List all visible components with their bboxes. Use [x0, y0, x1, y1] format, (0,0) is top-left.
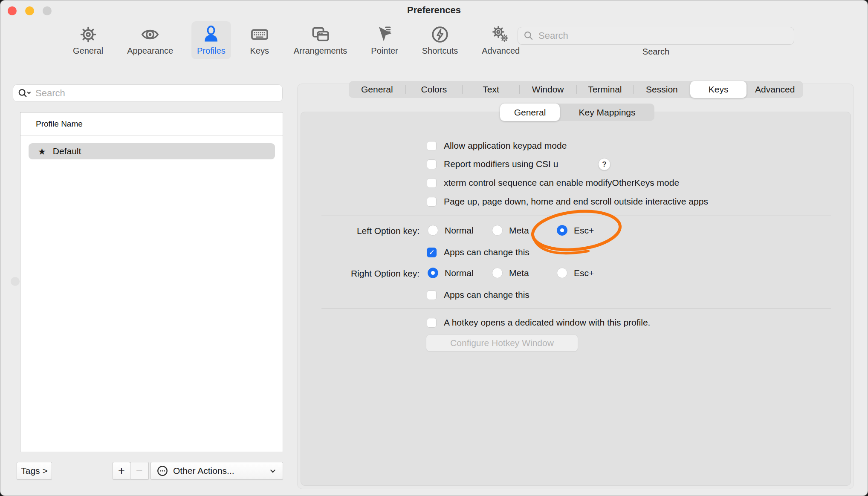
window-title: Preferences: [0, 5, 868, 16]
section-divider: [321, 216, 831, 216]
toolbar-search-field[interactable]: [518, 27, 794, 45]
eye-icon: [140, 24, 160, 45]
radio-label: Meta: [509, 268, 529, 278]
tab-keys[interactable]: Keys: [690, 81, 747, 98]
toolbar-item-shortcuts[interactable]: Shortcuts: [417, 21, 463, 59]
tab-window[interactable]: Window: [520, 81, 576, 98]
preferences-window: Preferences General Appearance: [0, 0, 868, 496]
toolbar-label: Keys: [250, 46, 269, 56]
checkbox-label: Allow application keypad mode: [444, 141, 567, 151]
left-apps-can-change-row[interactable]: ✓ Apps can change this: [427, 247, 529, 257]
toolbar-divider: [0, 65, 868, 65]
radio-unselected[interactable]: [492, 268, 503, 278]
configure-hotkey-window-button: Configure Hotkey Window: [426, 335, 578, 352]
left-option-normal-radio[interactable]: Normal: [428, 225, 474, 236]
checkbox-row-modifyotherkeys[interactable]: xterm control sequence can enable modify…: [427, 178, 679, 188]
window-edge-dot: [11, 277, 20, 286]
gear-icon: [78, 24, 98, 45]
profile-search-input[interactable]: [35, 87, 278, 99]
left-option-esc-radio[interactable]: Esc+: [557, 225, 594, 236]
cursor-icon: [374, 24, 395, 45]
screenshot-stage: Preferences General Appearance: [0, 0, 868, 496]
left-option-meta-radio[interactable]: Meta: [492, 225, 529, 236]
left-option-key-label: Left Option key:: [270, 226, 420, 236]
profile-list-header: Profile Name: [20, 112, 283, 136]
keyboard-icon: [249, 24, 270, 45]
search-icon: [523, 30, 534, 41]
checkbox-label: xterm control sequence can enable modify…: [444, 178, 679, 188]
tab-colors[interactable]: Colors: [406, 81, 463, 98]
add-profile-button[interactable]: +: [113, 462, 130, 480]
circle-ellipsis-icon: [156, 464, 169, 477]
subtab-key-mappings[interactable]: Key Mappings: [560, 104, 654, 121]
radio-selected[interactable]: [428, 268, 438, 278]
search-menu-icon: [17, 88, 32, 99]
help-button[interactable]: ?: [598, 158, 610, 170]
right-option-normal-radio[interactable]: Normal: [428, 268, 474, 278]
right-option-esc-radio[interactable]: Esc+: [557, 268, 594, 278]
toolbar-label: General: [73, 46, 103, 56]
checkbox-unchecked[interactable]: [427, 290, 437, 300]
keys-general-panel: [301, 112, 851, 486]
toolbar-item-arrangements[interactable]: Arrangements: [288, 21, 353, 59]
keys-subtabbar: General Key Mappings: [500, 104, 654, 121]
radio-unselected[interactable]: [428, 225, 438, 236]
remove-profile-button: −: [130, 462, 149, 480]
checkbox-row-scroll-outside[interactable]: Page up, page down, home and end scroll …: [427, 196, 708, 207]
radio-label: Normal: [445, 225, 474, 236]
tags-button[interactable]: Tags >: [17, 462, 52, 480]
toolbar-item-pointer[interactable]: Pointer: [365, 21, 403, 59]
checkbox-unchecked[interactable]: [427, 159, 437, 169]
section-divider: [321, 308, 831, 309]
bolt-icon: [430, 24, 450, 45]
tab-session[interactable]: Session: [634, 81, 690, 98]
radio-unselected[interactable]: [557, 268, 567, 278]
radio-label: Meta: [509, 225, 529, 236]
profile-search-field[interactable]: [13, 84, 283, 102]
tab-terminal[interactable]: Terminal: [577, 81, 634, 98]
checkbox-label: Page up, page down, home and end scroll …: [444, 196, 708, 207]
checkbox-row-csi-u[interactable]: Report modifiers using CSI u: [427, 159, 558, 169]
checkbox-label: Apps can change this: [444, 247, 529, 257]
radio-label: Esc+: [574, 225, 594, 236]
toolbar-label: Pointer: [371, 46, 398, 56]
radio-label: Esc+: [574, 268, 594, 278]
chevron-down-icon: [268, 466, 278, 476]
checkbox-label: Apps can change this: [444, 290, 529, 300]
hotkey-window-row[interactable]: A hotkey opens a dedicated window with t…: [427, 317, 650, 328]
profile-tabbar: General Colors Text Window Terminal Sess…: [349, 81, 803, 98]
radio-label: Normal: [445, 268, 474, 278]
preferences-toolbar: General Appearance Profiles: [67, 21, 525, 59]
tab-general[interactable]: General: [349, 81, 405, 98]
toolbar-item-keys[interactable]: Keys: [244, 21, 275, 59]
toolbar-search-input[interactable]: [538, 30, 789, 42]
radio-unselected[interactable]: [492, 225, 503, 236]
toolbar-item-general[interactable]: General: [67, 21, 109, 59]
radio-selected[interactable]: [557, 225, 567, 236]
checkbox-unchecked[interactable]: [427, 178, 437, 188]
profile-list: Profile Name ★ Default: [20, 112, 283, 452]
toolbar-label: Profiles: [197, 46, 226, 56]
checkbox-checked[interactable]: ✓: [427, 248, 437, 257]
checkbox-unchecked[interactable]: [427, 141, 437, 151]
checkbox-row-keypad-mode[interactable]: Allow application keypad mode: [427, 141, 567, 151]
toolbar-item-profiles[interactable]: Profiles: [191, 21, 231, 59]
toolbar-label: Shortcuts: [422, 46, 458, 56]
checkbox-label: Report modifiers using CSI u: [444, 159, 558, 169]
tab-advanced[interactable]: Advanced: [746, 81, 803, 98]
toolbar-search-caption: Search: [518, 47, 794, 57]
star-icon: ★: [38, 147, 46, 156]
checkbox-unchecked[interactable]: [427, 197, 437, 207]
checkbox-unchecked[interactable]: [427, 318, 437, 328]
windows-icon: [310, 24, 331, 45]
toolbar-item-appearance[interactable]: Appearance: [122, 21, 179, 59]
subtab-general[interactable]: General: [500, 104, 560, 121]
right-apps-can-change-row[interactable]: Apps can change this: [427, 290, 529, 300]
right-option-key-label: Right Option key:: [270, 268, 420, 279]
toolbar-label: Advanced: [482, 46, 520, 56]
right-option-meta-radio[interactable]: Meta: [492, 268, 529, 278]
other-actions-dropdown[interactable]: Other Actions...: [150, 462, 283, 480]
profile-row-default[interactable]: ★ Default: [29, 143, 275, 159]
gears-icon: [491, 24, 511, 45]
tab-text[interactable]: Text: [463, 81, 519, 98]
